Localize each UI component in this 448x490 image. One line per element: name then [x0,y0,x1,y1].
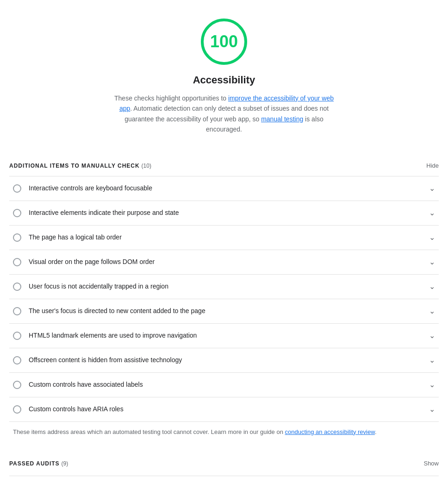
score-value: 100 [210,29,238,54]
chevron-down-icon-5: ⌄ [429,281,435,292]
checklist-item-10[interactable]: Custom controls have ARIA roles ⌄ [9,397,439,422]
checklist-label-7: HTML5 landmark elements are used to impr… [29,331,197,340]
manual-note-text: These items address areas which an autom… [13,428,285,435]
checklist-label-6: The user's focus is directed to new cont… [29,306,205,316]
not-applicable-header: NOT APPLICABLE(52) Show [9,485,439,490]
checklist-icon-6 [13,307,21,315]
chevron-down-icon-3: ⌄ [429,232,435,243]
checklist-icon-5 [13,283,21,291]
passed-audits-toggle[interactable]: Show [423,460,439,467]
chevron-down-icon-9: ⌄ [429,379,435,390]
chevron-down-icon-2: ⌄ [429,207,435,219]
manual-check-section-header: ADDITIONAL ITEMS TO MANUALLY CHECK(10) H… [9,153,439,176]
checklist-icon-9 [13,381,21,389]
checklist-label-8: Offscreen content is hidden from assisti… [29,355,182,365]
checklist-icon-2 [13,209,21,217]
checklist-item-8[interactable]: Offscreen content is hidden from assisti… [9,348,439,373]
checklist-label-1: Interactive controls are keyboard focusa… [29,183,152,193]
checklist-item-6[interactable]: The user's focus is directed to new cont… [9,299,439,324]
passed-audits-section: PASSED AUDITS(9) Show [9,451,439,476]
manual-check-title: ADDITIONAL ITEMS TO MANUALLY CHECK [9,163,140,169]
chevron-down-icon-6: ⌄ [429,306,435,317]
checklist-label-9: Custom controls have associated labels [29,380,143,389]
manual-check-toggle[interactable]: Hide [426,162,439,169]
checklist-item-3[interactable]: The page has a logical tab order ⌄ [9,226,439,250]
checklist-item-5[interactable]: User focus is not accidentally trapped i… [9,275,439,299]
passed-audits-title: PASSED AUDITS [9,460,60,467]
checklist-icon-1 [13,184,21,193]
chevron-down-icon-10: ⌄ [429,404,435,415]
checklist-icon-3 [13,233,21,242]
checklist-item-1[interactable]: Interactive controls are keyboard focusa… [9,176,439,201]
chevron-down-icon-8: ⌄ [429,355,435,366]
checklist-label-10: Custom controls have ARIA roles [29,404,124,414]
score-section: 100 Accessibility These checks highlight… [9,19,439,135]
manual-check-count: (10) [142,163,151,169]
chevron-down-icon-7: ⌄ [429,330,435,341]
checklist-label-5: User focus is not accidentally trapped i… [29,282,168,291]
checklist: Interactive controls are keyboard focusa… [9,176,439,422]
checklist-icon-4 [13,258,21,266]
checklist-item-7[interactable]: HTML5 landmark elements are used to impr… [9,324,439,348]
passed-audits-title-group: PASSED AUDITS(9) [9,459,68,468]
chevron-down-icon-1: ⌄ [429,183,435,194]
passed-audits-header: PASSED AUDITS(9) Show [9,451,439,474]
checklist-item-2[interactable]: Interactive elements indicate their purp… [9,201,439,226]
passed-audits-count: (9) [62,460,68,467]
not-applicable-section: NOT APPLICABLE(52) Show [9,485,439,490]
checklist-label-2: Interactive elements indicate their purp… [29,208,179,218]
checklist-item-9[interactable]: Custom controls have associated labels ⌄ [9,373,439,397]
manual-note: These items address areas which an autom… [9,422,439,442]
checklist-item-4[interactable]: Visual order on the page follows DOM ord… [9,250,439,275]
manual-note-text-after: . [375,428,377,435]
manual-testing-link[interactable]: manual testing [261,115,303,123]
score-description: These checks highlight opportunities to … [108,93,340,135]
checklist-icon-10 [13,405,21,414]
description-text-before: These checks highlight opportunities to [114,94,228,102]
chevron-down-icon-4: ⌄ [429,257,435,268]
checklist-icon-8 [13,356,21,364]
accessibility-review-link[interactable]: conducting an accessibility review [285,428,375,435]
checklist-icon-7 [13,332,21,340]
score-title: Accessibility [193,72,255,88]
page-container: 100 Accessibility These checks highlight… [0,0,448,490]
manual-check-title-group: ADDITIONAL ITEMS TO MANUALLY CHECK(10) [9,161,151,170]
score-circle: 100 [201,19,247,65]
checklist-label-4: Visual order on the page follows DOM ord… [29,257,155,267]
checklist-label-3: The page has a logical tab order [29,232,122,242]
passed-audits-divider [9,476,439,476]
